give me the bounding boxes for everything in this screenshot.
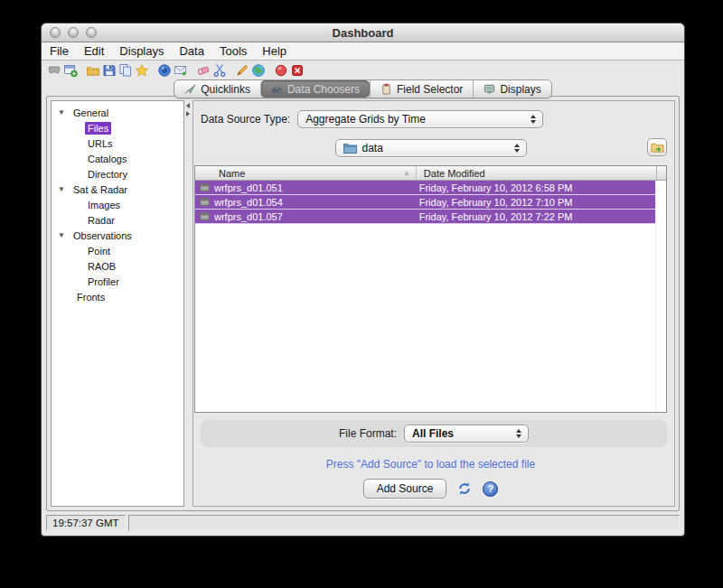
disclosure-triangle-icon[interactable]: ▼ (58, 108, 67, 117)
status-hint: Press "Add Source" to load the selected … (194, 458, 667, 471)
desktop-background: Dashboard File Edit Displays Data Tools … (0, 0, 723, 588)
file-name-cell: wrfprs_d01.051 (195, 182, 412, 193)
menu-displays[interactable]: Displays (119, 44, 164, 58)
table-row[interactable]: wrfprs_d01.054 Friday, February 10, 2012… (195, 195, 656, 210)
dashboard-icon[interactable] (46, 62, 62, 78)
splitter-divider[interactable] (184, 100, 192, 507)
dashboard-window: Dashboard File Edit Displays Data Tools … (41, 23, 685, 537)
help-button[interactable]: ? (483, 481, 498, 497)
window-title: Dashboard (333, 26, 394, 40)
eraser-icon[interactable] (195, 62, 211, 78)
cut-icon[interactable] (211, 62, 228, 78)
add-source-button[interactable]: Add Source (363, 479, 447, 499)
tab-label: Data Choosers (287, 83, 360, 96)
displays-icon (484, 83, 495, 95)
file-format-strip: File Format: All Files (201, 420, 667, 447)
menu-data[interactable]: Data (179, 44, 203, 58)
toolbar (42, 61, 684, 79)
tree-group-sat-radar[interactable]: ▼Sat & Radar (52, 182, 183, 197)
status-bar: 19:57:37 GMT (46, 515, 680, 531)
date-modified-cell: Friday, February 10, 2012 7:22 PM (412, 211, 656, 222)
tab-field-selector[interactable]: Field Selector (370, 80, 473, 98)
tree-item-files[interactable]: Files (52, 120, 183, 135)
files-table: Name ▲ Date Modified wrfprs_d01.051 (194, 165, 667, 413)
data-choosers-pane: ▼General Files URLs Catalogs Directory ▼… (46, 96, 680, 511)
tab-label: Field Selector (397, 83, 463, 96)
support-mail-icon[interactable] (173, 62, 189, 78)
table-body: wrfprs_d01.051 Friday, February 10, 2012… (195, 181, 666, 412)
popup-arrows-icon (516, 429, 521, 438)
date-modified-cell: Friday, February 10, 2012 6:58 PM (412, 182, 656, 193)
table-row[interactable]: wrfprs_d01.051 Friday, February 10, 2012… (195, 181, 656, 195)
menu-tools[interactable]: Tools (220, 44, 247, 58)
tab-label: Quicklinks (201, 83, 250, 96)
menu-bar: File Edit Displays Data Tools Help (42, 42, 684, 61)
info-icon[interactable] (156, 62, 173, 78)
tab-data-choosers[interactable]: Data Choosers (260, 80, 370, 98)
menu-edit[interactable]: Edit (84, 44, 104, 58)
file-format-label: File Format: (339, 427, 397, 440)
record-icon[interactable] (273, 62, 289, 78)
traffic-lights (50, 27, 97, 38)
file-icon (200, 212, 210, 220)
up-directory-button[interactable] (647, 138, 667, 156)
file-name-cell: wrfprs_d01.057 (195, 211, 412, 222)
table-row[interactable]: wrfprs_d01.057 Friday, February 10, 2012… (195, 210, 656, 224)
scrollbar-corner (656, 166, 666, 180)
clock-display: 19:57:37 GMT (46, 515, 126, 531)
directory-value: data (362, 142, 383, 154)
tree-item-urls[interactable]: URLs (52, 135, 183, 151)
tree-item-point[interactable]: Point (52, 243, 183, 258)
tab-group: Quicklinks Data Choosers Field Selector … (174, 79, 551, 98)
stop-icon[interactable] (289, 62, 305, 78)
globe-icon[interactable] (250, 62, 267, 78)
copy-icon[interactable] (117, 62, 134, 78)
tab-label: Displays (500, 83, 540, 96)
refresh-icon (456, 481, 473, 497)
file-chooser-panel: Data Source Type: Aggregate Grids by Tim… (192, 100, 675, 507)
refresh-button[interactable] (456, 481, 473, 497)
data-source-type-select[interactable]: Aggregate Grids by Time (297, 110, 543, 128)
tree-item-images[interactable]: Images (52, 197, 183, 212)
collapse-right-icon[interactable] (186, 111, 190, 117)
popup-arrows-icon (531, 115, 536, 124)
column-header-date-modified[interactable]: Date Modified (417, 166, 656, 180)
title-bar: Dashboard (42, 23, 684, 42)
tab-quicklinks[interactable]: Quicklinks (174, 80, 260, 98)
file-format-select[interactable]: All Files (404, 425, 529, 443)
quicklinks-icon (184, 83, 196, 95)
table-header: Name ▲ Date Modified (195, 166, 666, 181)
data-source-type-value: Aggregate Grids by Time (305, 113, 426, 126)
disclosure-triangle-icon[interactable]: ▼ (58, 185, 67, 193)
tree-item-fronts[interactable]: Fronts (52, 289, 183, 304)
close-window-button[interactable] (50, 27, 61, 38)
tab-displays[interactable]: Displays (473, 80, 550, 98)
field-selector-icon (380, 83, 392, 95)
menu-file[interactable]: File (50, 44, 69, 58)
folder-icon (343, 143, 357, 154)
tree-item-raob[interactable]: RAOB (52, 258, 183, 274)
tree-group-observations[interactable]: ▼Observations (52, 228, 183, 243)
date-modified-cell: Friday, February 10, 2012 7:10 PM (412, 197, 656, 208)
open-folder-icon[interactable] (85, 62, 101, 78)
menu-help[interactable]: Help (262, 44, 286, 58)
new-window-icon[interactable] (62, 62, 79, 78)
favorites-star-icon[interactable] (134, 62, 150, 78)
vertical-scrollbar[interactable] (655, 181, 666, 412)
save-icon[interactable] (101, 62, 117, 78)
chooser-category-tree: ▼General Files URLs Catalogs Directory ▼… (51, 100, 184, 507)
zoom-window-button[interactable] (86, 27, 97, 38)
collapse-left-icon[interactable] (186, 103, 190, 108)
directory-select[interactable]: data (335, 139, 527, 157)
tree-group-general[interactable]: ▼General (52, 105, 183, 120)
file-name-cell: wrfprs_d01.054 (195, 197, 412, 208)
tree-item-radar[interactable]: Radar (52, 212, 183, 228)
column-header-name[interactable]: Name ▲ (195, 166, 417, 180)
minimize-window-button[interactable] (68, 27, 79, 38)
tree-item-catalogs[interactable]: Catalogs (52, 151, 183, 166)
file-icon (200, 198, 210, 206)
edit-pencil-icon[interactable] (234, 62, 250, 78)
disclosure-triangle-icon[interactable]: ▼ (58, 231, 67, 239)
tree-item-profiler[interactable]: Profiler (52, 274, 183, 289)
tree-item-directory[interactable]: Directory (52, 166, 183, 182)
